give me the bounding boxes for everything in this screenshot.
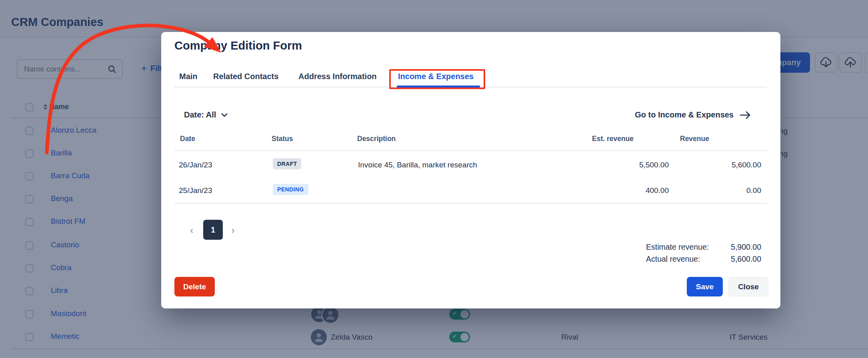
estimate-revenue-value: 5,900.00 (731, 243, 761, 252)
pagination-next-button[interactable]: › (231, 225, 235, 235)
table-bottom-divider (174, 203, 767, 204)
col-header-description: Description (357, 135, 396, 143)
arrow-right-icon (740, 111, 751, 119)
table-header-divider (174, 150, 767, 151)
pagination-prev-button[interactable]: ‹ (190, 225, 194, 235)
date-filter-dropdown[interactable]: Date: All (184, 110, 228, 119)
chevron-down-icon (221, 113, 228, 117)
actual-revenue-label: Actual revenue: (646, 255, 700, 264)
revenue-cell: 0.00 (746, 186, 761, 195)
modal-title: Company Edition Form (174, 39, 302, 52)
company-edition-modal: Company Edition Form Main Related Contac… (161, 32, 780, 308)
delete-button[interactable]: Delete (174, 277, 215, 296)
actual-revenue-value: 5,600.00 (731, 255, 761, 264)
crm-app: CRM Companies + Filter Add Company (0, 0, 868, 358)
date-cell: 25/Jan/23 (179, 186, 212, 195)
description-cell: Invoice 45, Barilla, market research (358, 161, 477, 169)
tab-address-information[interactable]: Address Information (298, 72, 377, 81)
status-badge: DRAFT (273, 158, 301, 169)
tab-main[interactable]: Main (179, 72, 198, 81)
est-revenue-cell: 5,500.00 (639, 161, 669, 169)
date-cell: 26/Jan/23 (179, 161, 212, 169)
col-header-revenue: Revenue (680, 135, 709, 143)
status-badge: PENDING (273, 184, 308, 195)
pagination-page-1[interactable]: 1 (203, 220, 223, 240)
revenue-cell: 5,600.00 (732, 161, 761, 169)
close-button[interactable]: Close (728, 277, 768, 296)
col-header-status: Status (272, 135, 293, 143)
tab-related-contacts[interactable]: Related Contacts (213, 72, 278, 81)
tab-income-expenses[interactable]: Income & Expenses (398, 72, 474, 81)
est-revenue-cell: 400.00 (646, 186, 669, 195)
active-tab-underline (397, 86, 480, 88)
estimate-revenue-label: Estimate revenue: (646, 243, 709, 252)
col-header-date: Date (180, 135, 195, 143)
col-header-est-revenue: Est. revenue (592, 135, 634, 143)
save-button[interactable]: Save (687, 277, 723, 296)
go-to-income-expenses-link[interactable]: Go to Income & Expenses (635, 110, 751, 119)
